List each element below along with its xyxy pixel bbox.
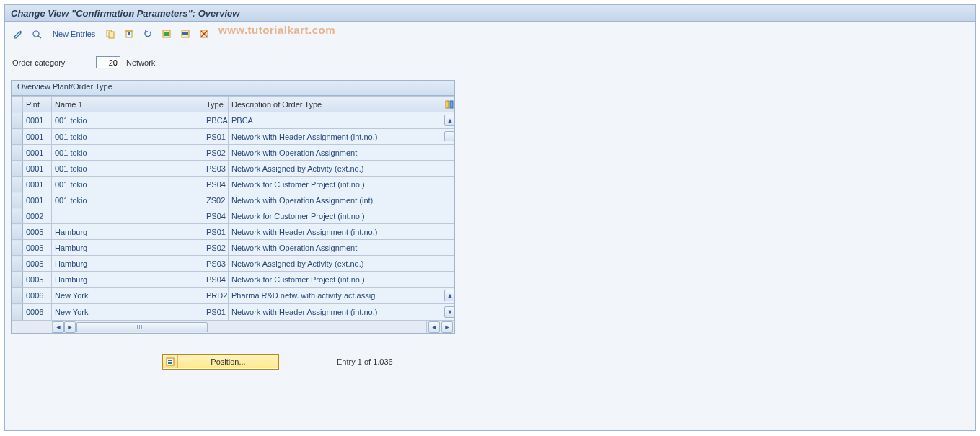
table-row[interactable]: 0001001 tokioPS02Network with Operation … [12,145,454,161]
col-plnt[interactable]: Plnt [23,97,52,112]
cell-name[interactable]: Hamburg [52,272,203,288]
cell-plnt[interactable]: 0006 [23,304,52,321]
vertical-scrollbar[interactable] [441,272,454,288]
cell-desc[interactable]: Network for Customer Project (int.no.) [229,208,441,224]
cell-type[interactable]: PBCA [203,112,229,129]
row-selector[interactable] [12,256,23,272]
delete-icon[interactable] [121,27,137,40]
vertical-scrollbar[interactable]: ▲ [441,112,454,129]
hscroll-thumb[interactable] [76,322,208,332]
row-selector[interactable] [12,288,23,304]
row-selector[interactable] [12,304,23,321]
vertical-scrollbar[interactable]: ▼ [441,304,454,321]
row-selector[interactable] [12,192,23,208]
vertical-scrollbar[interactable] [441,240,454,256]
table-row[interactable]: 0006New YorkPRD2Pharma R&D netw. with ac… [12,288,454,304]
cell-name[interactable]: 001 tokio [52,129,203,145]
plant-order-type-grid[interactable]: Plnt Name 1 Type Description of Order Ty… [12,96,454,321]
horizontal-scrollbar[interactable]: ◄ ► ◄ ► [12,321,454,333]
cell-plnt[interactable]: 0005 [23,256,52,272]
cell-name[interactable]: New York [52,288,203,304]
cell-plnt[interactable]: 0001 [23,177,52,192]
cell-plnt[interactable]: 0001 [23,129,52,145]
vscroll-thumb[interactable] [444,131,454,141]
deselect-all-icon[interactable] [196,27,212,40]
row-selector[interactable] [12,112,23,129]
select-all-icon[interactable] [159,27,175,40]
cell-plnt[interactable]: 0001 [23,192,52,208]
cell-name[interactable]: Hamburg [52,256,203,272]
row-selector[interactable] [12,161,23,177]
vertical-scrollbar[interactable] [441,208,454,224]
cell-name[interactable]: Hamburg [52,224,203,240]
table-row[interactable]: 0005HamburgPS03Network Assigned by Activ… [12,256,454,272]
cell-type[interactable]: PS01 [203,304,229,321]
vertical-scrollbar[interactable]: ▲ [441,288,454,304]
row-selector[interactable] [12,224,23,240]
cell-name[interactable]: 001 tokio [52,145,203,161]
cell-desc[interactable]: Network with Operation Assignment [229,145,441,161]
position-button[interactable]: Position... [162,354,279,370]
col-name[interactable]: Name 1 [52,97,203,112]
cell-type[interactable]: PS03 [203,161,229,177]
vertical-scrollbar[interactable] [441,192,454,208]
vertical-scrollbar[interactable] [441,256,454,272]
row-selector[interactable] [12,129,23,145]
col-desc[interactable]: Description of Order Type [229,97,441,112]
cell-desc[interactable]: Network for Customer Project (int.no.) [229,272,441,288]
table-row[interactable]: 0001001 tokioPS03Network Assigned by Act… [12,161,454,177]
new-entries-button[interactable]: New Entries [48,30,100,38]
row-selector[interactable] [12,177,23,192]
table-row[interactable]: 0001001 tokioPS04Network for Customer Pr… [12,177,454,192]
cell-type[interactable]: PS04 [203,208,229,224]
row-selector[interactable] [12,272,23,288]
cell-plnt[interactable]: 0001 [23,112,52,129]
cell-type[interactable]: PS03 [203,256,229,272]
configure-columns-button[interactable] [441,97,454,112]
cell-desc[interactable]: Network with Header Assignment (int.no.) [229,224,441,240]
toggle-edit-icon[interactable] [11,27,27,40]
cell-name[interactable]: 001 tokio [52,161,203,177]
table-row[interactable]: 0005HamburgPS01Network with Header Assig… [12,224,454,240]
table-row[interactable]: 0002PS04Network for Customer Project (in… [12,208,454,224]
table-row[interactable]: 0001001 tokioPBCAPBCA▲ [12,112,454,129]
cell-type[interactable]: PS02 [203,145,229,161]
table-row[interactable]: 0005HamburgPS02Network with Operation As… [12,240,454,256]
cell-type[interactable]: PS01 [203,129,229,145]
hscroll-right2-button[interactable]: ► [441,321,453,333]
order-category-input[interactable] [96,56,120,68]
cell-desc[interactable]: Network with Operation Assignment (int) [229,192,441,208]
cell-name[interactable]: Hamburg [52,240,203,256]
cell-type[interactable]: PS04 [203,272,229,288]
cell-desc[interactable]: Pharma R&D netw. with activity act.assig [229,288,441,304]
cell-desc[interactable]: Network Assigned by Activity (ext.no.) [229,256,441,272]
vscroll-down-button[interactable]: ▼ [444,306,454,318]
vertical-scrollbar[interactable] [441,129,454,145]
copy-as-icon[interactable] [102,27,118,40]
cell-plnt[interactable]: 0002 [23,208,52,224]
cell-desc[interactable]: Network for Customer Project (int.no.) [229,177,441,192]
cell-type[interactable]: PS01 [203,224,229,240]
cell-name[interactable]: 001 tokio [52,192,203,208]
hscroll-right-button[interactable]: ► [64,321,76,333]
table-row[interactable]: 0006New YorkPS01Network with Header Assi… [12,304,454,321]
cell-type[interactable]: ZS02 [203,192,229,208]
cell-plnt[interactable]: 0001 [23,161,52,177]
cell-name[interactable]: New York [52,304,203,321]
cell-desc[interactable]: PBCA [229,112,441,129]
cell-type[interactable]: PS04 [203,177,229,192]
table-row[interactable]: 0001001 tokioZS02Network with Operation … [12,192,454,208]
cell-plnt[interactable]: 0005 [23,272,52,288]
cell-plnt[interactable]: 0005 [23,240,52,256]
col-type[interactable]: Type [203,97,229,112]
select-all-header[interactable] [12,97,23,112]
vscroll-up-button[interactable]: ▲ [444,115,454,126]
cell-name[interactable] [52,208,203,224]
table-row[interactable]: 0005HamburgPS04Network for Customer Proj… [12,272,454,288]
cell-name[interactable]: 001 tokio [52,112,203,129]
cell-type[interactable]: PS02 [203,240,229,256]
vertical-scrollbar[interactable] [441,177,454,192]
vertical-scrollbar[interactable] [441,161,454,177]
row-selector[interactable] [12,145,23,161]
cell-type[interactable]: PRD2 [203,288,229,304]
